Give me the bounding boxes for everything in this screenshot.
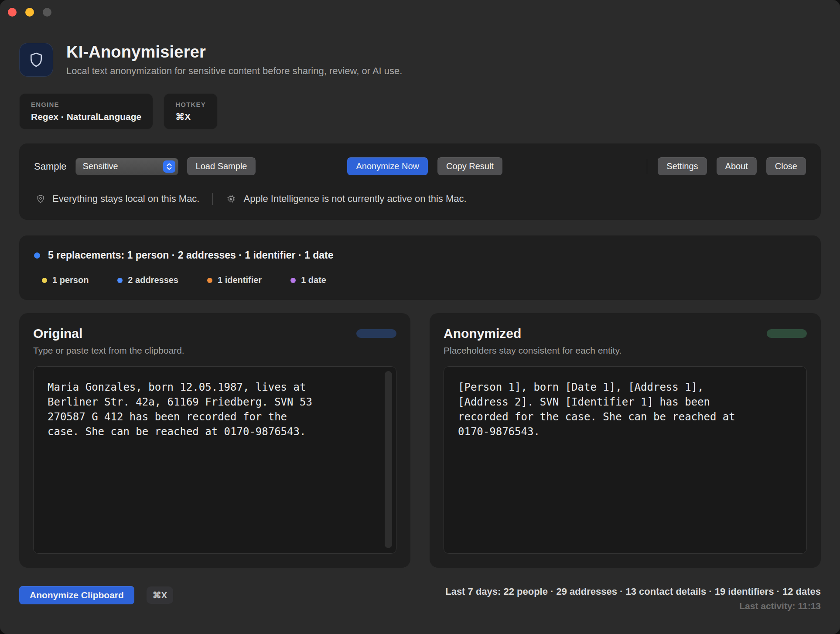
original-panel: Original Type or paste text from the cli…: [19, 313, 410, 568]
shield-icon: [27, 51, 45, 68]
summary-headline-row: 5 replacements: 1 person · 2 addresses ·…: [34, 249, 806, 261]
settings-button[interactable]: Settings: [658, 157, 707, 175]
note-separator: [212, 193, 213, 205]
toolbar-row: Sample Sensitive Load Sample Anonymize N…: [34, 157, 806, 175]
close-button[interactable]: Close: [766, 157, 806, 175]
legend-item-person: 1 person: [42, 275, 89, 285]
sample-select-value: Sensitive: [83, 161, 118, 171]
date-dot: [290, 278, 296, 283]
anonymized-textarea[interactable]: [Person 1], born [Date 1], [Address 1], …: [444, 366, 807, 554]
legend-label: 1 date: [301, 275, 326, 285]
app-window: KI-Anonymisierer Local text anonymizatio…: [0, 0, 840, 634]
chip-cpu-icon: [226, 194, 236, 204]
copy-result-button[interactable]: Copy Result: [437, 157, 502, 175]
info-chips: ENGINE Regex · NaturalLanguage HOTKEY ⌘X: [19, 93, 821, 130]
load-sample-button[interactable]: Load Sample: [187, 157, 256, 175]
hotkey-chip: HOTKEY ⌘X: [164, 93, 218, 130]
summary-headline: 5 replacements: 1 person · 2 addresses ·…: [48, 249, 333, 261]
hotkey-chip-value: ⌘X: [175, 112, 206, 122]
select-stepper-icon: [163, 160, 175, 173]
toolbar-notes: Everything stays local on this Mac. Appl…: [34, 193, 806, 205]
anonymized-panel: Anonymized Placeholders stay consistent …: [430, 313, 821, 568]
toolbar-panel: Sample Sensitive Load Sample Anonymize N…: [19, 143, 821, 220]
app-header: KI-Anonymisierer Local text anonymizatio…: [19, 43, 821, 77]
page-title: KI-Anonymisierer: [66, 43, 402, 61]
text-panes: Original Type or paste text from the cli…: [19, 313, 821, 568]
window-content: KI-Anonymisierer Local text anonymizatio…: [0, 0, 840, 634]
legend-item-addresses: 2 addresses: [117, 275, 178, 285]
footer: Anonymize Clipboard ⌘X Last 7 days: 22 p…: [19, 586, 821, 611]
person-dot: [42, 278, 47, 283]
legend-label: 1 identifier: [218, 275, 262, 285]
toolbar-divider: [647, 159, 647, 174]
summary-dot: [34, 252, 40, 259]
legend-item-identifier: 1 identifier: [207, 275, 262, 285]
summary-panel: 5 replacements: 1 person · 2 addresses ·…: [19, 235, 821, 300]
original-textarea[interactable]: Maria Gonzales, born 12.05.1987, lives a…: [33, 366, 396, 554]
anonymized-title: Anonymized: [444, 326, 521, 341]
anonymized-subtitle: Placeholders stay consistent for each en…: [444, 345, 807, 356]
ai-note: Apple Intelligence is not currently acti…: [243, 193, 466, 205]
legend-label: 1 person: [52, 275, 89, 285]
original-subtitle: Type or paste text from the clipboard.: [33, 345, 396, 356]
original-title: Original: [33, 326, 82, 341]
app-icon: [19, 43, 53, 77]
original-status-badge: [356, 329, 396, 338]
identifier-dot: [207, 278, 212, 283]
anonymize-clipboard-button[interactable]: Anonymize Clipboard: [19, 586, 134, 604]
legend-label: 2 addresses: [128, 275, 178, 285]
original-text: Maria Gonzales, born 12.05.1987, lives a…: [48, 380, 373, 439]
usage-stats: Last 7 days: 22 people · 29 addresses · …: [445, 586, 821, 597]
anonymize-now-button[interactable]: Anonymize Now: [347, 157, 428, 175]
sample-select[interactable]: Sensitive: [75, 158, 178, 175]
original-scrollbar[interactable]: [385, 371, 392, 548]
page-subtitle: Local text anonymization for sensitive c…: [66, 65, 402, 77]
anonymized-status-badge: [767, 329, 807, 338]
local-note: Everything stays local on this Mac.: [52, 193, 199, 205]
clipboard-hotkey-chip: ⌘X: [147, 586, 173, 604]
summary-legend: 1 person 2 addresses 1 identifier 1 date: [34, 275, 806, 285]
last-activity: Last activity: 11:13: [445, 601, 821, 611]
engine-chip-label: ENGINE: [31, 101, 141, 108]
local-shield-icon: [36, 194, 45, 204]
addresses-dot: [117, 278, 123, 283]
anonymized-text: [Person 1], born [Date 1], [Address 1], …: [458, 380, 784, 439]
engine-chip-value: Regex · NaturalLanguage: [31, 112, 141, 122]
hotkey-chip-label: HOTKEY: [175, 101, 206, 108]
engine-chip: ENGINE Regex · NaturalLanguage: [19, 93, 153, 130]
sample-label: Sample: [34, 161, 67, 172]
legend-item-date: 1 date: [290, 275, 326, 285]
about-button[interactable]: About: [717, 157, 757, 175]
